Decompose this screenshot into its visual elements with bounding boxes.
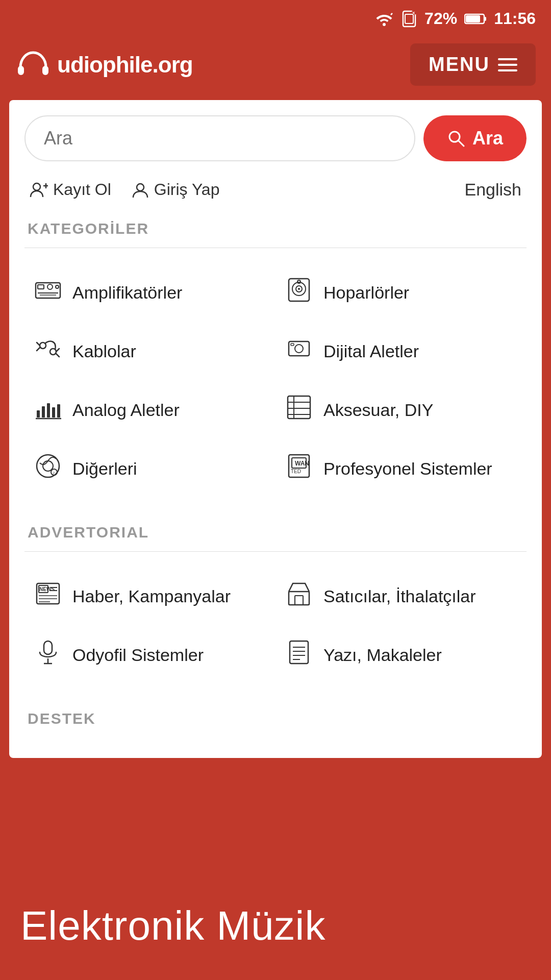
digital-label: Dijital Aletler xyxy=(323,341,419,361)
svg-point-19 xyxy=(56,285,59,288)
svg-line-32 xyxy=(56,354,59,357)
register-label: Kayıt Ol xyxy=(53,180,111,199)
footer: Elektronik Müzik xyxy=(20,902,531,949)
action-links: Kayıt Ol Giriş Yap English xyxy=(24,180,527,200)
footer-text: Elektronik Müzik xyxy=(20,902,531,949)
svg-rect-41 xyxy=(57,404,60,418)
svg-point-25 xyxy=(298,288,300,290)
header: udiophile.org MENU xyxy=(0,33,551,100)
svg-rect-67 xyxy=(44,641,52,654)
advertorial-section-label: ADVERTORIAL xyxy=(24,524,527,541)
svg-rect-39 xyxy=(47,403,50,418)
register-icon xyxy=(30,181,48,199)
amplifier-icon xyxy=(33,277,63,309)
audiophile-label: Odyofil Sistemler xyxy=(72,645,204,665)
login-label: Giriş Yap xyxy=(154,180,220,199)
svg-point-18 xyxy=(47,284,53,289)
language-selector[interactable]: English xyxy=(464,180,521,200)
others-label: Diğerleri xyxy=(72,459,137,479)
menu-label: MENU xyxy=(429,54,490,76)
svg-rect-40 xyxy=(52,407,55,418)
svg-text:TED: TED xyxy=(291,469,301,474)
categories-divider xyxy=(24,248,527,248)
svg-point-34 xyxy=(295,345,303,353)
status-icons: X 72% 11:56 xyxy=(374,9,536,28)
hamburger-icon xyxy=(498,58,517,71)
digital-icon xyxy=(284,335,314,368)
svg-line-29 xyxy=(37,342,40,346)
category-item-others[interactable]: ♪ Diğerleri xyxy=(24,439,276,498)
svg-rect-38 xyxy=(42,406,45,418)
category-item-professional[interactable]: WANTED Profesyonel Sistemler xyxy=(276,439,527,498)
svg-point-15 xyxy=(137,184,144,191)
svg-rect-65 xyxy=(295,596,303,605)
search-button[interactable]: Ara xyxy=(423,115,527,161)
categories-section-label: KATEGORİLER xyxy=(24,220,527,237)
other-icon: ♪ xyxy=(33,453,63,485)
svg-rect-43 xyxy=(288,396,310,419)
register-link[interactable]: Kayıt Ol xyxy=(30,180,111,199)
svg-rect-64 xyxy=(289,592,309,605)
menu-button[interactable]: MENU xyxy=(410,43,536,86)
login-link[interactable]: Giriş Yap xyxy=(132,180,220,199)
battery-icon xyxy=(464,12,487,26)
svg-point-0 xyxy=(383,23,386,26)
accessories-label: Aksesuar, DIY xyxy=(323,400,433,420)
clock: 11:56 xyxy=(494,9,536,28)
svg-rect-70 xyxy=(290,641,308,664)
logo-text: udiophile.org xyxy=(57,52,193,78)
svg-line-31 xyxy=(56,349,59,352)
svg-rect-2 xyxy=(405,14,413,23)
svg-rect-36 xyxy=(291,344,294,346)
battery-percent: 72% xyxy=(424,9,457,28)
categories-grid: Amplifikatörler Hoparlörler Kablolar Dij… xyxy=(24,263,527,498)
svg-rect-37 xyxy=(37,410,40,418)
logo[interactable]: udiophile.org xyxy=(15,50,193,80)
login-icon xyxy=(132,181,149,199)
svg-rect-9 xyxy=(42,66,48,75)
analog-label: Analog Aletler xyxy=(72,400,180,420)
svg-rect-6 xyxy=(484,17,486,21)
professional-label: Profesyonel Sistemler xyxy=(323,459,492,479)
category-item-amplifiers[interactable]: Amplifikatörler xyxy=(24,263,276,322)
svg-rect-8 xyxy=(18,66,24,75)
articles-label: Yazı, Makaleler xyxy=(323,645,442,665)
category-item-speakers[interactable]: Hoparlörler xyxy=(276,263,527,322)
main-content: Ara Kayıt Ol Giriş Yap English KATEGORİL… xyxy=(9,100,542,758)
news-label: Haber, Kampanyalar xyxy=(72,586,231,606)
sellers-label: Satıcılar, İthalatçılar xyxy=(323,586,476,606)
category-item-cables[interactable]: Kablolar xyxy=(24,322,276,381)
category-item-analog[interactable]: Analog Aletler xyxy=(24,381,276,439)
store-icon xyxy=(284,580,314,612)
advertorial-item-sellers[interactable]: Satıcılar, İthalatçılar xyxy=(276,567,527,626)
svg-rect-7 xyxy=(466,15,480,22)
svg-text:WAN: WAN xyxy=(295,460,309,467)
search-button-label: Ara xyxy=(472,128,503,149)
category-item-digital[interactable]: Dijital Aletler xyxy=(276,322,527,381)
svg-point-12 xyxy=(33,183,40,190)
amplifiers-label: Amplifikatörler xyxy=(72,283,182,303)
wifi-icon xyxy=(374,11,394,27)
cables-label: Kablolar xyxy=(72,341,136,361)
speakers-label: Hoparlörler xyxy=(323,283,409,303)
advertorial-grid: NEWS Haber, Kampanyalar Satıcılar, İthal… xyxy=(24,567,527,684)
svg-line-30 xyxy=(37,348,40,351)
sim-icon: X xyxy=(401,10,417,28)
accessory-icon xyxy=(284,394,314,426)
search-input[interactable] xyxy=(24,115,415,161)
support-section-label: DESTEK xyxy=(24,710,527,727)
microphone-icon xyxy=(33,639,63,671)
search-icon xyxy=(447,129,465,148)
analog-icon xyxy=(33,394,63,426)
speaker-icon xyxy=(284,277,314,309)
advertorial-item-articles[interactable]: Yazı, Makaleler xyxy=(276,626,527,684)
svg-point-49 xyxy=(43,461,53,471)
svg-line-11 xyxy=(458,140,464,146)
cable-icon xyxy=(33,335,63,368)
advertorial-item-audiophile[interactable]: Odyofil Sistemler xyxy=(24,626,276,684)
svg-text:X: X xyxy=(412,11,415,15)
category-item-accessories[interactable]: Aksesuar, DIY xyxy=(276,381,527,439)
advertorial-item-news[interactable]: NEWS Haber, Kampanyalar xyxy=(24,567,276,626)
status-bar: X 72% 11:56 xyxy=(0,0,551,33)
search-row: Ara xyxy=(24,115,527,161)
